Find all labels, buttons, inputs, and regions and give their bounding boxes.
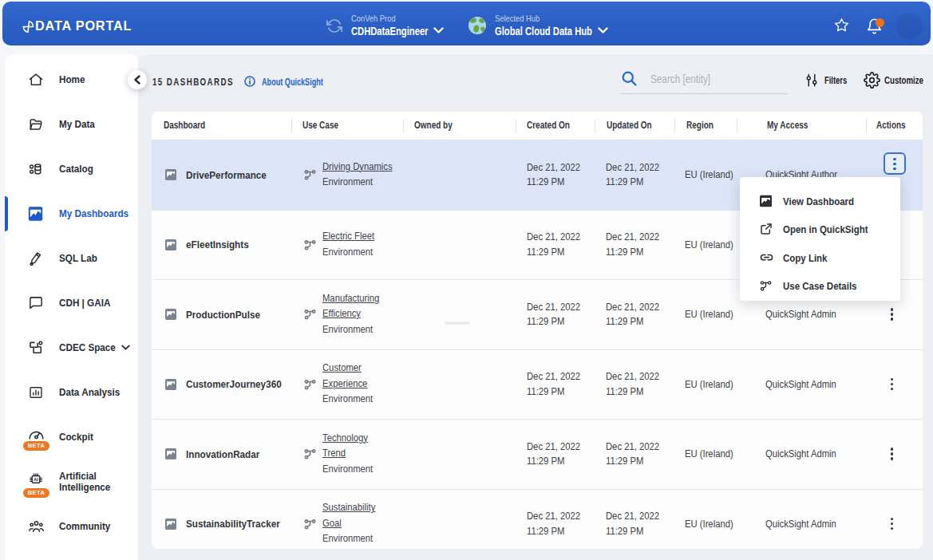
svg-text:AI: AI — [34, 477, 38, 482]
